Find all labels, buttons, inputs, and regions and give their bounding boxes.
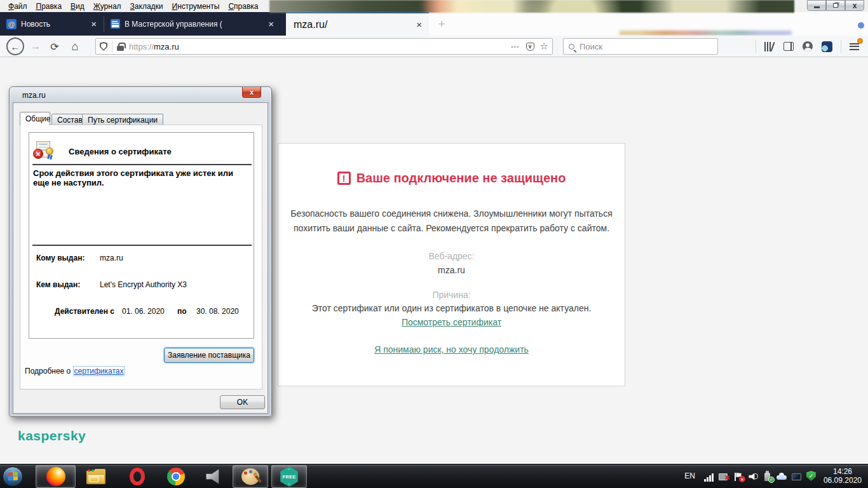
issued-to-value: mza.ru <box>100 254 123 262</box>
tab-bar: @ Новость × В Мастерской управления ( × … <box>0 12 868 36</box>
dialog-title: mza.ru <box>22 91 46 100</box>
safely-remove-usb-icon[interactable]: ✓ <box>762 470 773 482</box>
body-text-line2: похитить ваши данные с сайта. Рекомендуе… <box>278 223 625 233</box>
menu-bookmarks[interactable]: Закладки <box>126 1 168 12</box>
kaspersky-extension-icon[interactable] <box>822 41 832 52</box>
menu-tools[interactable]: Инструменты <box>168 1 224 12</box>
tab-mza-active[interactable]: mza.ru/ × <box>286 12 429 36</box>
web-address-value: mza.ru <box>278 265 625 275</box>
url-text[interactable]: https://mza.ru <box>129 42 505 51</box>
menu-help[interactable]: Справка <box>224 1 262 12</box>
search-box[interactable] <box>563 38 718 55</box>
minimize-button[interactable] <box>807 0 826 11</box>
url-host: mza.ru <box>154 42 179 51</box>
toolbar-separator <box>756 40 756 53</box>
taskbar-audio-button[interactable] <box>201 465 227 488</box>
toolbar-right: ↑ <box>752 36 868 57</box>
search-input[interactable] <box>580 42 700 51</box>
sidebar-icon[interactable] <box>783 42 794 51</box>
opera-icon <box>130 468 145 485</box>
menu-edit[interactable]: Правка <box>32 1 67 12</box>
divider <box>32 164 252 165</box>
tab-close-icon[interactable]: × <box>266 19 276 29</box>
bookmark-star-icon[interactable]: ☆ <box>540 41 548 52</box>
document-favicon <box>111 19 120 29</box>
account-icon[interactable] <box>803 41 813 51</box>
speaker-icon <box>206 468 222 485</box>
start-button[interactable] <box>3 466 23 487</box>
proceed-anyway-link[interactable]: Я понимаю риск, но хочу продолжить <box>374 344 529 355</box>
kaspersky-shield-icon[interactable]: ✓ <box>806 470 817 482</box>
tab-close-icon[interactable]: × <box>414 20 424 29</box>
warning-icon: ! <box>337 172 351 185</box>
reload-button[interactable]: ⟳ <box>46 36 64 57</box>
onedrive-cloud-icon[interactable] <box>776 470 787 482</box>
display-monitor-icon[interactable] <box>791 470 802 482</box>
pocket-icon[interactable]: ∨ <box>526 43 534 51</box>
menu-hamburger-icon[interactable] <box>850 43 859 50</box>
taskbar-opera-button[interactable] <box>125 465 150 488</box>
close-window-button[interactable]: x <box>845 0 864 11</box>
menu-view[interactable]: Вид <box>66 1 89 12</box>
tracking-protection-shield-icon[interactable] <box>100 42 107 51</box>
desktop-wallpaper-blur <box>269 0 794 13</box>
forward-button[interactable]: → <box>27 36 44 57</box>
windows-logo-icon <box>8 471 18 481</box>
error-x-icon: ✕ <box>33 149 43 159</box>
taskbar-kaspersky-button[interactable]: FREE <box>271 465 307 488</box>
reason-text: Этот сертификат или один из сертификатов… <box>278 303 625 313</box>
library-icon[interactable] <box>764 42 775 51</box>
chrome-icon <box>167 468 185 485</box>
back-button[interactable]: ← <box>4 36 27 57</box>
more-info-prefix: Подробнее о <box>25 367 71 376</box>
signal-strength-icon[interactable] <box>703 470 714 482</box>
restore-icon <box>833 3 838 8</box>
restore-button[interactable] <box>826 0 845 11</box>
page-actions-icon[interactable]: ⋯ <box>511 41 520 51</box>
home-button[interactable]: ⌂ <box>66 36 84 57</box>
tab-general[interactable]: Общие <box>20 112 50 125</box>
language-indicator[interactable]: EN <box>684 471 695 480</box>
action-center-flag-icon[interactable]: × <box>733 470 743 482</box>
urlbar-separator <box>112 41 112 52</box>
view-certificate-link[interactable]: Посмотреть сертификат <box>402 317 501 327</box>
tab-label: mza.ru/ <box>294 19 414 30</box>
reason-label: Причина: <box>278 290 625 300</box>
new-tab-button[interactable]: + <box>434 17 449 32</box>
valid-from-value: 01. 06. 2020 <box>122 307 165 316</box>
lock-icon[interactable] <box>117 46 124 51</box>
network-disconnected-icon[interactable]: × <box>718 470 729 482</box>
certificate-info-box: ✕ Сведения о сертификате Срок действия э… <box>29 132 254 339</box>
body-text-line1: Безопасность вашего соединения снижена. … <box>278 208 625 219</box>
taskbar-firefox-button[interactable] <box>36 465 76 488</box>
close-icon: x <box>853 1 857 10</box>
url-bar[interactable]: https://mza.ru ⋯ ∨ ☆ <box>95 38 553 55</box>
certificates-link[interactable]: сертификатах <box>73 366 125 376</box>
screen: Файл Правка Вид Журнал Закладки Инструме… <box>0 0 868 488</box>
volume-icon[interactable] <box>747 470 758 482</box>
warning-line1: Срок действия этого сертификата уже исте… <box>33 168 233 178</box>
taskbar-explorer-button[interactable] <box>83 465 109 488</box>
taskbar-chrome-button[interactable] <box>163 465 189 488</box>
taskbar-paint-button[interactable] <box>233 465 268 488</box>
tab-close-icon[interactable]: × <box>89 19 98 29</box>
clock[interactable]: 14:26 06.09.2020 <box>824 467 862 485</box>
valid-to-word: по <box>177 307 187 316</box>
certificate-dialog: mza.ru x Общие Состав Путь сертификации … <box>9 86 272 417</box>
firefox-icon <box>46 467 65 486</box>
menu-history[interactable]: Журнал <box>89 1 126 12</box>
dialog-close-button[interactable]: x <box>242 87 261 98</box>
ok-button[interactable]: OK <box>220 395 265 409</box>
tab-certification-path[interactable]: Путь сертификации <box>82 114 163 125</box>
page-heading: ! Ваше подключение не защищено <box>278 171 625 186</box>
tab-masterskaya[interactable]: В Мастерской управления ( × <box>104 12 281 36</box>
certificate-error-icon: ✕ <box>34 141 53 160</box>
warning-line2: еще не наступил. <box>33 178 104 187</box>
view-certificate-link-row: Посмотреть сертификат <box>278 317 625 327</box>
tab-novost[interactable]: @ Новость × <box>0 12 104 36</box>
web-address-label: Веб-адрес: <box>278 251 625 261</box>
issuer-statement-button[interactable]: Заявление поставщика <box>164 348 254 363</box>
kaspersky-free-icon: FREE <box>280 466 299 487</box>
menu-file[interactable]: Файл <box>4 1 32 12</box>
free-badge: FREE <box>283 475 296 479</box>
